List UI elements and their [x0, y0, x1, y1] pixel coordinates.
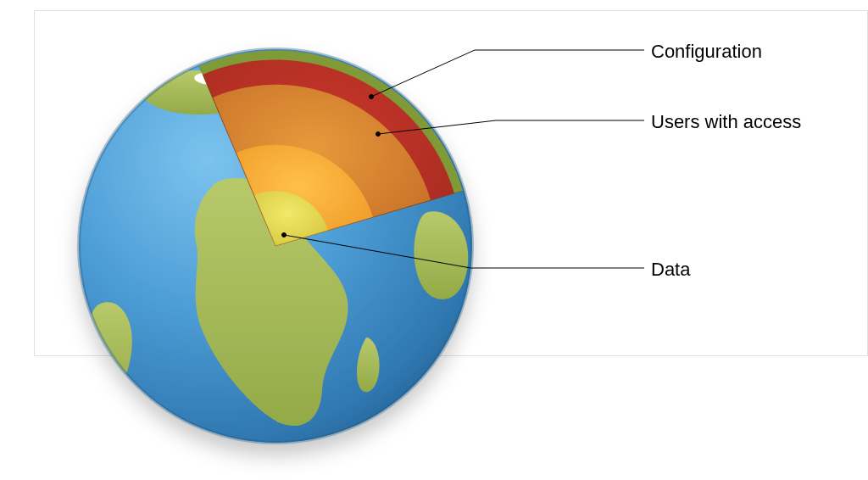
earth-layers-diagram [0, 0, 868, 480]
label-data: Data [651, 259, 690, 281]
label-users-with-access: Users with access [651, 111, 801, 133]
label-configuration: Configuration [651, 41, 762, 63]
